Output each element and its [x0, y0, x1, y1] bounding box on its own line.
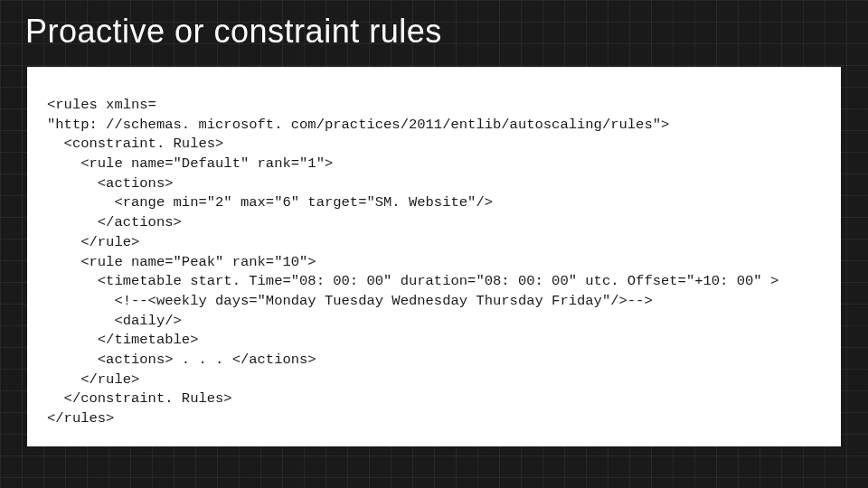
code-block: <rules xmlns= "http: //schemas. microsof… [47, 96, 821, 429]
code-box: <rules xmlns= "http: //schemas. microsof… [27, 67, 841, 446]
slide: Proactive or constraint rules <rules xml… [0, 0, 868, 488]
slide-title: Proactive or constraint rules [0, 0, 868, 51]
